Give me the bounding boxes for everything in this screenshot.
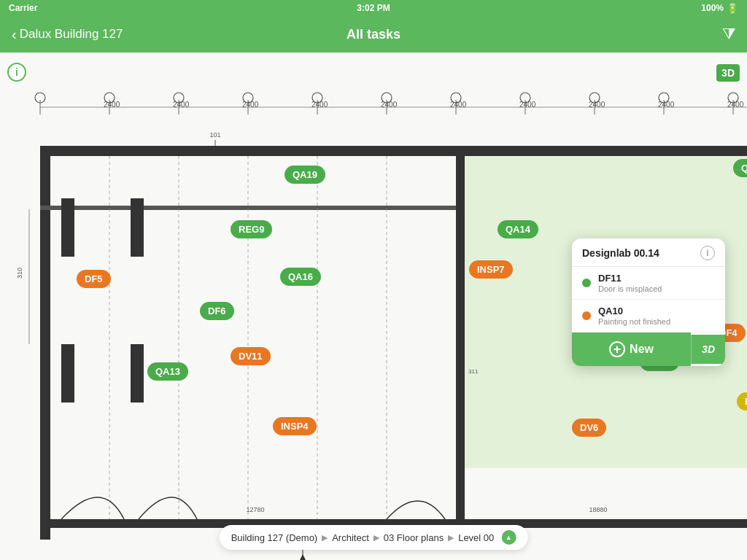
tag-QA-edge[interactable]: QA xyxy=(733,159,747,177)
battery-icon: 🔋 xyxy=(727,3,738,14)
3d-button-popup[interactable]: 3D xyxy=(691,335,725,364)
breadcrumb-part-2: Architect xyxy=(332,532,369,543)
svg-rect-26 xyxy=(456,146,747,156)
breadcrumb-bar[interactable]: Building 127 (Demo) ▶ Architect ▶ 03 Flo… xyxy=(220,525,528,550)
dim-2400-9: 2400 xyxy=(658,101,674,109)
popup-footer: + New 3D xyxy=(572,332,725,366)
breadcrumb-expand-button[interactable] xyxy=(501,530,516,545)
breadcrumb-part-1: Building 127 (Demo) xyxy=(231,532,318,543)
popup-title: Designlab 00.14 xyxy=(582,247,659,259)
popup-info-icon: i xyxy=(706,248,708,258)
item-desc-QA10: Painting not finished xyxy=(598,317,670,326)
dim-2400-7: 2400 xyxy=(519,101,535,109)
svg-text:310: 310 xyxy=(16,268,23,279)
nav-title: All tasks xyxy=(347,27,400,42)
tag-QA14[interactable]: QA14 xyxy=(498,220,538,238)
tag-DF6[interactable]: DF6 xyxy=(200,302,234,320)
svg-rect-30 xyxy=(456,146,465,540)
3d-button-top[interactable]: 3D xyxy=(715,63,741,83)
plus-circle-icon: + xyxy=(609,341,625,357)
svg-rect-27 xyxy=(40,146,50,540)
item-desc-DF11: Door is misplaced xyxy=(598,284,662,293)
svg-text:18880: 18880 xyxy=(589,506,607,513)
svg-rect-32 xyxy=(61,198,74,257)
svg-text:311: 311 xyxy=(468,368,479,375)
popup-item-QA10[interactable]: QA10 Painting not finished xyxy=(572,300,725,332)
carrier-label: Carrier xyxy=(9,3,37,13)
status-bar: Carrier 3:02 PM 100% 🔋 xyxy=(0,0,747,16)
back-arrow-icon: ‹ xyxy=(12,26,17,43)
dot-green-DF11 xyxy=(582,279,591,287)
popup-item-DF11[interactable]: DF11 Door is misplaced xyxy=(572,267,725,300)
info-icon: i xyxy=(15,66,18,78)
breadcrumb-sep-1: ▶ xyxy=(322,533,328,542)
tag-QA19[interactable]: QA19 xyxy=(285,166,325,184)
dim-2400-2: 2400 xyxy=(173,101,189,109)
tag-QA13[interactable]: QA13 xyxy=(147,362,188,381)
tag-QA16[interactable]: QA16 xyxy=(280,268,321,286)
dot-orange-QA10 xyxy=(582,311,591,320)
battery-label: 100% xyxy=(701,3,724,13)
dim-2400-4: 2400 xyxy=(311,101,328,109)
new-button[interactable]: + New xyxy=(572,332,691,366)
new-button-label: New xyxy=(630,343,654,356)
time-label: 3:02 PM xyxy=(357,3,390,13)
nav-bar: ‹ Dalux Building 127 All tasks ⧩ xyxy=(0,16,747,52)
tag-REG9[interactable]: REG9 xyxy=(231,220,272,238)
svg-rect-25 xyxy=(40,146,456,156)
3d-popup-label: 3D xyxy=(702,343,715,355)
breadcrumb-sep-3: ▶ xyxy=(448,533,454,542)
dim-2400-8: 2400 xyxy=(589,101,605,109)
dim-2400-10: 2400 xyxy=(727,101,743,109)
tag-DV6[interactable]: DV6 xyxy=(572,419,606,437)
back-button[interactable]: ‹ Dalux Building 127 xyxy=(12,26,123,43)
svg-rect-33 xyxy=(131,198,144,257)
popup-info-button[interactable]: i xyxy=(700,246,715,260)
popup-card: Designlab 00.14 i DF11 Door is misplaced… xyxy=(572,238,725,366)
dim-2400-3: 2400 xyxy=(242,101,258,109)
info-button[interactable]: i xyxy=(7,63,26,82)
popup-header: Designlab 00.14 i xyxy=(572,238,725,267)
dim-2400-6: 2400 xyxy=(450,101,466,109)
3d-label-top: 3D xyxy=(721,67,735,79)
tag-DF5[interactable]: DF5 xyxy=(77,270,111,288)
back-label: Dalux Building 127 xyxy=(20,27,123,42)
breadcrumb-part-3: 03 Floor plans xyxy=(384,532,444,543)
dim-2400-5: 2400 xyxy=(381,101,397,109)
svg-rect-34 xyxy=(61,344,74,402)
dim-2400-1: 2400 xyxy=(104,101,120,109)
breadcrumb-part-4: Level 00 xyxy=(458,532,494,543)
item-label-DF11: DF11 xyxy=(598,273,662,284)
svg-text:12780: 12780 xyxy=(246,506,264,513)
tag-DV11[interactable]: DV11 xyxy=(231,347,271,365)
tag-INSP4[interactable]: INSP4 xyxy=(273,417,317,435)
filter-icon[interactable]: ⧩ xyxy=(722,25,735,44)
tag-INSP7[interactable]: INSP7 xyxy=(469,260,513,279)
svg-rect-35 xyxy=(131,344,144,402)
breadcrumb-sep-2: ▶ xyxy=(374,533,379,542)
item-label-QA10: QA10 xyxy=(598,306,670,316)
svg-text:101: 101 xyxy=(209,131,220,139)
floor-plan: 310 12780 18880 101 311 401 2400 2400 24… xyxy=(0,52,747,560)
